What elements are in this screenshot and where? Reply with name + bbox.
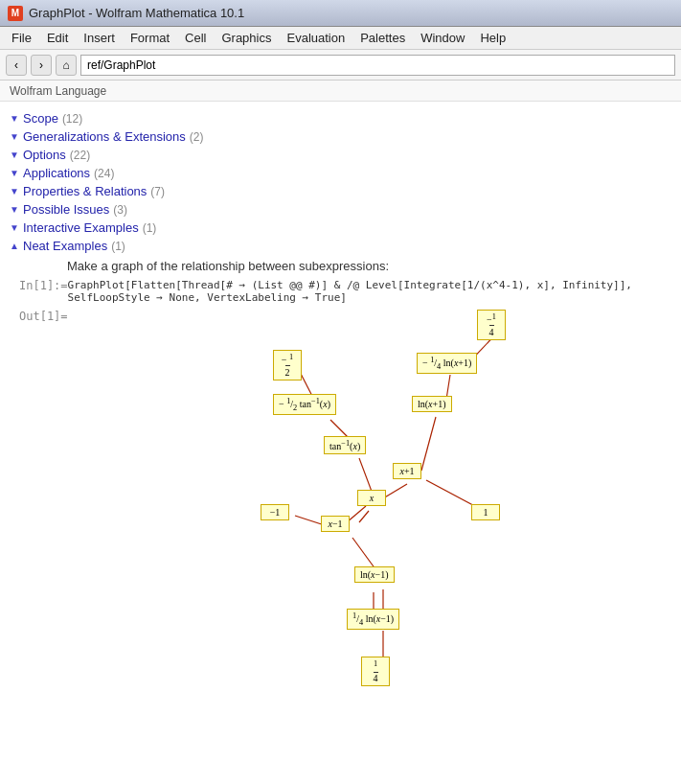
menu-item-format[interactable]: Format xyxy=(123,29,177,47)
toc-label-interactive: Interactive Examples xyxy=(23,220,139,235)
node-neg-quarter-top: −14 xyxy=(477,310,506,340)
menu-item-file[interactable]: File xyxy=(4,29,39,47)
menu-item-cell[interactable]: Cell xyxy=(177,29,214,47)
node-neg-half-arctan: − 1/2 tan−1(x) xyxy=(273,394,336,415)
menu-item-insert[interactable]: Insert xyxy=(76,29,123,47)
toc-label-generalizations: Generalizations & Extensions xyxy=(23,129,186,144)
menu-item-evaluation[interactable]: Evaluation xyxy=(279,29,352,47)
section-description: Make a graph of the relationship between… xyxy=(67,259,662,273)
svg-line-6 xyxy=(383,484,407,498)
node-quarter-ln-xm1: 1/4 ln(x−1) xyxy=(347,609,399,630)
toc-applications[interactable]: ▼ Applications (24) xyxy=(10,164,671,182)
svg-line-8 xyxy=(359,511,369,522)
code-line1: GraphPlot[Flatten[Thread[# → (List @@ #)… xyxy=(68,279,632,291)
toc-count-scope: (12) xyxy=(62,112,82,126)
toolbar: ‹ › ⌂ xyxy=(0,50,681,81)
toc-properties[interactable]: ▼ Properties & Relations (7) xyxy=(10,182,671,200)
toc-generalizations[interactable]: ▼ Generalizations & Extensions (2) xyxy=(10,127,671,146)
menubar: FileEditInsertFormatCellGraphicsEvaluati… xyxy=(0,27,681,50)
node-1: 1 xyxy=(471,504,500,520)
toc-options[interactable]: ▼ Options (22) xyxy=(10,146,671,164)
titlebar: M GraphPlot - Wolfram Mathematica 10.1 xyxy=(0,0,681,27)
menu-item-palettes[interactable]: Palettes xyxy=(352,29,413,47)
output-block: Out[1]= xyxy=(19,310,662,722)
wl-label: Wolfram Language xyxy=(10,84,106,98)
input-label: In[1]:= xyxy=(19,279,68,304)
node-neg-quarter-ln-xp1: − 1/4 ln(x+1) xyxy=(417,353,477,374)
toc-count-neat: (1) xyxy=(111,240,125,253)
window-title: GraphPlot - Wolfram Mathematica 10.1 xyxy=(29,6,244,20)
address-input[interactable] xyxy=(80,55,675,76)
code-content: GraphPlot[Flatten[Thread[# → (List @@ #)… xyxy=(68,279,632,304)
node-neg-half: − 12 xyxy=(273,350,302,380)
graph-output: −14 − 1/4 ln(x+1) − 12 − 1/2 tan−1(x) ta… xyxy=(182,310,652,722)
output-label: Out[1]= xyxy=(19,310,96,722)
menu-item-window[interactable]: Window xyxy=(413,29,472,47)
forward-button[interactable]: › xyxy=(31,55,52,76)
chevron-down-icon: ▼ xyxy=(10,222,19,233)
sidebar: ▼ Scope (12) ▼ Generalizations & Extensi… xyxy=(0,102,681,784)
toc-count-applications: (24) xyxy=(94,167,114,180)
toc-label-neat: Neat Examples xyxy=(23,239,107,253)
svg-line-10 xyxy=(347,506,366,522)
node-xp1: x+1 xyxy=(393,463,421,479)
node-x: x xyxy=(357,490,386,506)
chevron-down-icon: ▼ xyxy=(10,113,19,124)
toc-issues[interactable]: ▼ Possible Issues (3) xyxy=(10,200,671,219)
node-xm1: x−1 xyxy=(321,516,350,532)
chevron-down-icon: ▼ xyxy=(10,168,19,178)
toc-neat[interactable]: ▲ Neat Examples (1) xyxy=(10,237,671,255)
toc-interactive[interactable]: ▼ Interactive Examples (1) xyxy=(10,219,671,237)
chevron-down-icon: ▼ xyxy=(10,186,19,196)
menu-item-help[interactable]: Help xyxy=(472,29,513,47)
toc-label-scope: Scope xyxy=(23,111,58,126)
toc-label-applications: Applications xyxy=(23,166,90,180)
home-button[interactable]: ⌂ xyxy=(56,55,77,76)
node-ln-xp1: ln(x+1) xyxy=(412,396,452,412)
node-arctan-x: tan−1(x) xyxy=(324,436,366,454)
toc-count-interactive: (1) xyxy=(143,221,157,235)
node-quarter-bottom: 14 xyxy=(361,657,390,686)
node-neg1: −1 xyxy=(261,504,289,520)
back-button[interactable]: ‹ xyxy=(6,55,27,76)
toc-count-options: (22) xyxy=(70,149,90,162)
chevron-down-icon: ▼ xyxy=(10,204,19,215)
code-line2: SelfLoopStyle → None, VertexLabeling → T… xyxy=(68,291,632,304)
toc-count-properties: (7) xyxy=(150,185,165,198)
menu-item-graphics[interactable]: Graphics xyxy=(214,29,279,47)
menu-item-edit[interactable]: Edit xyxy=(39,29,76,47)
toc-count-generalizations: (2) xyxy=(190,130,204,144)
toc-count-issues: (3) xyxy=(113,203,127,217)
node-ln-xm1: ln(x−1) xyxy=(354,566,395,583)
chevron-up-icon: ▲ xyxy=(10,241,19,251)
toc-label-issues: Possible Issues xyxy=(23,202,109,217)
chevron-down-icon: ▼ xyxy=(10,131,19,142)
toc-label-options: Options xyxy=(23,148,66,162)
toc-label-properties: Properties & Relations xyxy=(23,184,147,198)
wolfram-language-bar: Wolfram Language xyxy=(0,81,681,102)
toc-scope[interactable]: ▼ Scope (12) xyxy=(10,109,671,127)
svg-line-5 xyxy=(421,417,436,471)
chevron-down-icon: ▼ xyxy=(10,150,19,160)
app-icon: M xyxy=(8,6,23,21)
code-input-block: In[1]:= GraphPlot[Flatten[Thread[# → (Li… xyxy=(19,279,662,304)
main-content: ▼ Scope (12) ▼ Generalizations & Extensi… xyxy=(0,102,681,784)
